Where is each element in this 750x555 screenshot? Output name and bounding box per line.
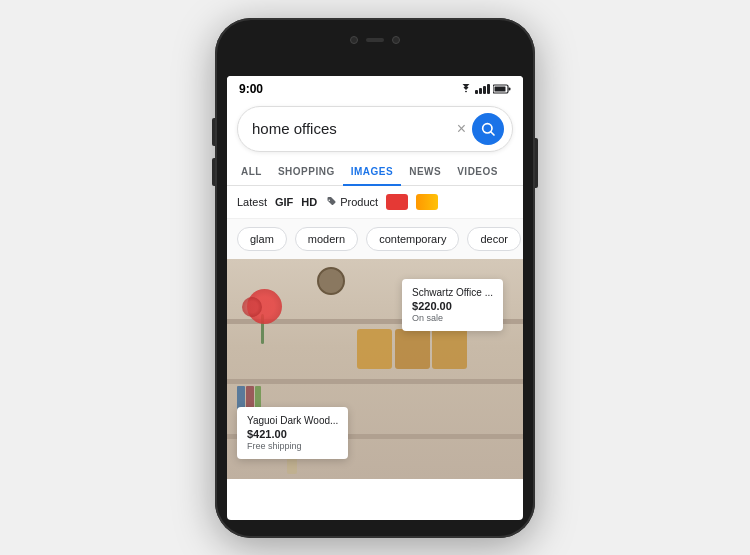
tag-icon (325, 196, 337, 208)
basket-3 (432, 329, 467, 369)
product-2-name: Schwartz Office ... (412, 287, 493, 298)
svg-rect-1 (509, 87, 511, 90)
tab-images[interactable]: IMAGES (343, 158, 401, 185)
signal-bar-1 (475, 90, 478, 94)
search-button[interactable] (472, 113, 504, 145)
status-bar: 9:00 (227, 76, 523, 100)
suggestions-row: glam modern contemporary decor (227, 219, 523, 259)
sensor (392, 36, 400, 44)
phone-device: 9:00 (215, 18, 535, 538)
svg-point-5 (329, 199, 331, 201)
basket-1 (357, 329, 392, 369)
filter-hd[interactable]: HD (301, 196, 317, 208)
phone-top-sensors (350, 36, 400, 44)
product-card-2[interactable]: Schwartz Office ... $220.00 On sale (402, 279, 503, 331)
status-time: 9:00 (239, 82, 263, 96)
tab-all[interactable]: ALL (233, 158, 270, 185)
basket-2 (395, 329, 430, 369)
signal-bar-2 (479, 88, 482, 94)
product-2-tag: On sale (412, 313, 493, 323)
product-1-name: Yaguoi Dark Wood... (247, 415, 338, 426)
search-bar[interactable]: home offices × (237, 106, 513, 152)
suggestion-modern[interactable]: modern (295, 227, 358, 251)
image-results[interactable]: Yaguoi Dark Wood... $421.00 Free shippin… (227, 259, 523, 479)
volume-down-button (212, 158, 215, 186)
status-icons (460, 84, 511, 94)
clock-decoration (317, 267, 345, 295)
wifi-icon (460, 84, 472, 94)
filter-gif[interactable]: GIF (275, 196, 293, 208)
suggestion-glam[interactable]: glam (237, 227, 287, 251)
tab-videos[interactable]: VIDEOS (449, 158, 506, 185)
signal-icon (475, 84, 490, 94)
phone-screen: 9:00 (227, 76, 523, 520)
suggestion-contemporary[interactable]: contemporary (366, 227, 459, 251)
signal-bar-3 (483, 86, 486, 94)
clear-button[interactable]: × (457, 120, 466, 138)
search-tabs: ALL SHOPPING IMAGES NEWS VIDEOS (227, 158, 523, 186)
tab-news[interactable]: NEWS (401, 158, 449, 185)
search-bar-container: home offices × (227, 100, 523, 158)
power-button (535, 138, 538, 188)
product-2-price: $220.00 (412, 300, 493, 312)
svg-line-4 (491, 132, 494, 135)
product-card-1[interactable]: Yaguoi Dark Wood... $421.00 Free shippin… (237, 407, 348, 459)
filter-latest[interactable]: Latest (237, 196, 267, 208)
volume-up-button (212, 118, 215, 146)
filter-product[interactable]: Product (325, 196, 378, 208)
product-1-price: $421.00 (247, 428, 338, 440)
shelf-2 (227, 379, 523, 384)
flower-decoration (242, 289, 287, 344)
image-background: Yaguoi Dark Wood... $421.00 Free shippin… (227, 259, 523, 479)
color-filter-red[interactable] (386, 194, 408, 210)
suggestion-decor[interactable]: decor (467, 227, 521, 251)
phone-body: 9:00 (215, 18, 535, 538)
product-1-shipping: Free shipping (247, 441, 338, 451)
filter-row: Latest GIF HD Product (227, 186, 523, 219)
color-filter-orange[interactable] (416, 194, 438, 210)
earpiece (366, 38, 384, 42)
tab-shopping[interactable]: SHOPPING (270, 158, 343, 185)
search-query: home offices (252, 120, 457, 137)
signal-bar-4 (487, 84, 490, 94)
front-camera (350, 36, 358, 44)
search-icon (480, 121, 496, 137)
battery-icon (493, 84, 511, 94)
svg-rect-2 (495, 86, 506, 91)
